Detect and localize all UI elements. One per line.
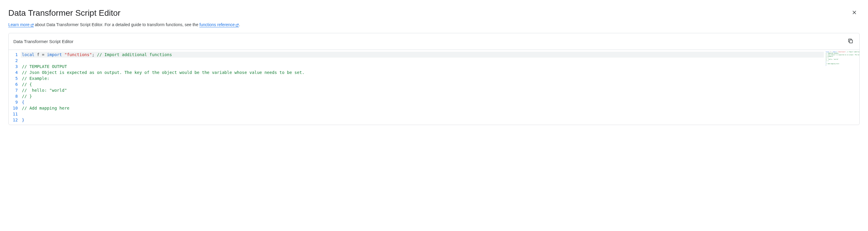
subtitle: Learn more about Data Transformer Script…	[8, 22, 860, 27]
code-line[interactable]: // Json Object is expected as on output.…	[21, 69, 824, 76]
panel-title: Data Transformer Script Editor	[13, 39, 73, 44]
line-number: 10	[13, 105, 18, 111]
code-editor[interactable]: 123456789101112 local f = import "functi…	[9, 50, 824, 125]
editor-body: 123456789101112 local f = import "functi…	[9, 50, 859, 125]
line-number: 7	[13, 87, 18, 93]
code-line[interactable]: // Add mapping here	[21, 105, 824, 111]
editor-panel: Data Transformer Script Editor 123456789…	[8, 33, 860, 125]
code-minimap[interactable]: local f = import "functions"; // Import …	[824, 50, 859, 125]
line-number: 11	[13, 111, 18, 117]
code-line[interactable]: }	[21, 117, 824, 123]
code-line[interactable]: {	[21, 99, 824, 105]
line-number: 2	[13, 58, 18, 63]
code-line[interactable]: // Example:	[21, 76, 824, 81]
line-number: 5	[13, 76, 18, 81]
subtitle-end: .	[239, 22, 240, 27]
code-line[interactable]: // hello: "world"	[21, 87, 824, 93]
learn-more-text: Learn more	[8, 22, 30, 27]
line-gutter: 123456789101112	[9, 50, 21, 125]
external-link-icon	[30, 23, 34, 27]
code-line[interactable]: // TEMPLATE OUTPUT	[21, 63, 824, 69]
line-number: 3	[13, 63, 18, 69]
learn-more-link[interactable]: Learn more	[8, 22, 34, 27]
code-line[interactable]: local f = import "functions"; // Import …	[21, 52, 824, 58]
page-title: Data Transformer Script Editor	[8, 8, 120, 18]
external-link-icon	[235, 23, 239, 27]
functions-ref-text: functions reference	[199, 22, 235, 27]
line-number: 4	[13, 69, 18, 76]
copy-button[interactable]	[846, 37, 855, 46]
line-number: 12	[13, 117, 18, 123]
code-line[interactable]	[21, 111, 824, 117]
close-button[interactable]	[849, 7, 860, 19]
line-number: 9	[13, 99, 18, 105]
code-line[interactable]: // }	[21, 93, 824, 99]
close-icon	[851, 9, 857, 16]
line-number: 1	[13, 52, 18, 58]
line-number: 6	[13, 81, 18, 87]
svg-rect-0	[849, 40, 852, 43]
subtitle-mid: about Data Transformer Script Editor. Fo…	[34, 22, 199, 27]
code-line[interactable]	[21, 58, 824, 63]
functions-reference-link[interactable]: functions reference	[199, 22, 239, 27]
copy-icon	[847, 38, 854, 45]
line-number: 8	[13, 93, 18, 99]
code-line[interactable]: // {	[21, 81, 824, 87]
code-content[interactable]: local f = import "functions"; // Import …	[21, 50, 824, 125]
panel-header: Data Transformer Script Editor	[9, 33, 859, 50]
